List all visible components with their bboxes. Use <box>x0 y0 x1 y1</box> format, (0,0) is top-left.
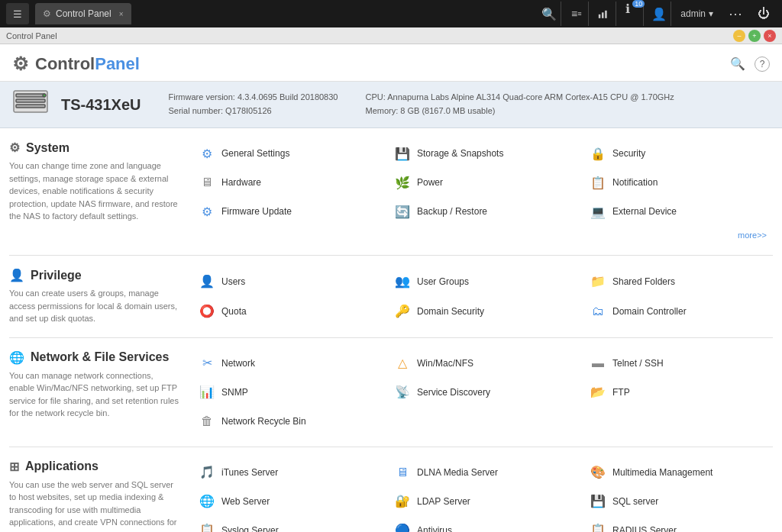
menu-item-ldap-server[interactable]: 🔐 LDAP Server <box>388 488 577 514</box>
task-manager-icon[interactable]: ≡≡ <box>564 2 589 26</box>
menu-item-multimedia-management[interactable]: 🎨 Multimedia Management <box>583 459 773 485</box>
menu-item-ftp[interactable]: 📂 FTP <box>583 379 773 405</box>
maximize-button[interactable]: + <box>748 30 761 42</box>
menu-item-domain-security[interactable]: 🔑 Domain Security <box>388 298 577 324</box>
multimedia-management-label: Multimedia Management <box>612 467 713 478</box>
snmp-icon: 📊 <box>199 384 215 401</box>
device-icon <box>12 89 49 120</box>
shared-folders-label: Shared Folders <box>612 276 675 287</box>
menu-item-network-recycle-bin[interactable]: 🗑 Network Recycle Bin <box>192 408 382 434</box>
user-dropdown-arrow: ▾ <box>709 8 713 19</box>
menu-button[interactable]: ☰ <box>6 3 29 24</box>
general-settings-label: General Settings <box>221 148 289 159</box>
firmware-label: Firmware version: <box>169 92 235 102</box>
window-chrome: Control Panel – + × <box>0 27 782 44</box>
menu-item-sql-server[interactable]: 💾 SQL server <box>583 488 773 514</box>
external-device-icon: 💻 <box>590 203 606 220</box>
svg-rect-5 <box>16 99 45 102</box>
menu-item-telnet-ssh[interactable]: ▬ Telnet / SSH <box>583 350 773 376</box>
menu-item-hardware[interactable]: 🖥 Hardware <box>192 169 382 195</box>
memory-label: Memory: <box>365 106 398 115</box>
close-button[interactable]: × <box>764 30 776 42</box>
section-icon-network-file-services: 🌐 <box>9 350 24 365</box>
service-discovery-icon: 📡 <box>394 384 411 401</box>
network-monitor-icon[interactable] <box>592 2 616 26</box>
more-options-button[interactable]: ⋯ <box>722 5 748 22</box>
menu-item-dlna-media-server[interactable]: 🖥 DLNA Media Server <box>388 459 577 485</box>
user-account-icon[interactable]: 👤 <box>647 2 671 26</box>
win-mac-nfs-icon: △ <box>394 355 411 372</box>
minimize-button[interactable]: – <box>733 30 745 42</box>
syslog-server-label: Syslog Server <box>221 525 279 533</box>
svg-rect-6 <box>16 105 45 108</box>
firmware-update-icon: ⚙ <box>199 203 215 220</box>
section-title-text-network-file-services: Network & File Services <box>31 350 169 364</box>
menu-item-snmp[interactable]: 📊 SNMP <box>192 379 382 405</box>
menu-item-radius-server[interactable]: 📋 RADIUS Server <box>583 517 773 533</box>
sql-server-label: SQL server <box>612 496 658 507</box>
section-desc-system: You can change time zone and language se… <box>9 160 180 223</box>
shared-folders-icon: 📁 <box>590 273 606 290</box>
domain-controller-icon: 🗂 <box>590 303 606 320</box>
logo-text: ControlPanel <box>35 54 140 74</box>
menu-item-service-discovery[interactable]: 📡 Service Discovery <box>388 379 577 405</box>
menu-item-storage-snapshots[interactable]: 💾 Storage & Snapshots <box>388 140 577 166</box>
power-icon[interactable]: ⏻ <box>751 2 776 26</box>
dlna-media-server-icon: 🖥 <box>394 464 411 481</box>
window-buttons: – + × <box>733 30 776 42</box>
storage-snapshots-icon: 💾 <box>394 145 411 162</box>
tab-close-button[interactable]: × <box>119 10 124 18</box>
menu-item-syslog-server[interactable]: 📋 Syslog Server <box>192 517 382 533</box>
quota-icon: ⭕ <box>199 303 215 320</box>
syslog-server-icon: 📋 <box>199 522 215 533</box>
device-firmware-info: Firmware version: 4.3.4.0695 Build 20180… <box>169 91 338 118</box>
section-title-text-privilege: Privilege <box>31 269 82 282</box>
service-discovery-label: Service Discovery <box>417 387 490 398</box>
power-icon: 🌿 <box>394 174 411 191</box>
svg-rect-2 <box>605 11 607 18</box>
menu-item-web-server[interactable]: 🌐 Web Server <box>192 488 382 514</box>
section-icon-system: ⚙ <box>9 140 20 155</box>
section-title-network-file-services: 🌐 Network & File Services <box>9 350 180 365</box>
menu-item-user-groups[interactable]: 👥 User Groups <box>388 268 577 295</box>
section-info-network-file-services: 🌐 Network & File ServicesYou can manage … <box>9 350 192 434</box>
header-help-icon[interactable]: ? <box>755 56 770 72</box>
menu-item-security[interactable]: 🔒 Security <box>583 140 773 166</box>
itunes-server-label: iTunes Server <box>221 467 278 478</box>
menu-item-backup-restore[interactable]: 🔄 Backup / Restore <box>388 198 577 224</box>
menu-item-domain-controller[interactable]: 🗂 Domain Controller <box>583 298 773 324</box>
radius-server-icon: 📋 <box>590 522 606 533</box>
antivirus-icon: 🔵 <box>394 522 411 533</box>
menu-item-win-mac-nfs[interactable]: △ Win/Mac/NFS <box>388 350 577 376</box>
control-panel-tab[interactable]: ⚙ Control Panel × <box>35 3 131 24</box>
notifications-icon[interactable]: ℹ 10 <box>619 2 644 26</box>
menu-item-firmware-update[interactable]: ⚙ Firmware Update <box>192 198 382 224</box>
user-menu[interactable]: admin ▾ <box>674 8 719 19</box>
menu-item-notification[interactable]: 📋 Notification <box>583 169 773 195</box>
menu-item-shared-folders[interactable]: 📁 Shared Folders <box>583 268 773 295</box>
network-recycle-bin-icon: 🗑 <box>199 413 215 430</box>
menu-item-general-settings[interactable]: ⚙ General Settings <box>192 140 382 166</box>
more-link-system[interactable]: more>> <box>583 227 773 243</box>
search-icon[interactable]: 🔍 <box>537 2 561 26</box>
menu-item-power[interactable]: 🌿 Power <box>388 169 577 195</box>
security-icon: 🔒 <box>590 145 606 162</box>
quota-label: Quota <box>221 306 247 317</box>
external-device-label: External Device <box>612 206 677 217</box>
menu-item-external-device[interactable]: 💻 External Device <box>583 198 773 224</box>
snmp-label: SNMP <box>221 387 248 398</box>
menu-item-quota[interactable]: ⭕ Quota <box>192 298 382 324</box>
header-search-icon[interactable]: 🔍 <box>730 56 745 72</box>
section-desc-network-file-services: You can manage network connections, enab… <box>9 369 180 420</box>
cpu-label: CPU: <box>365 92 385 102</box>
hamburger-icon: ☰ <box>13 8 22 20</box>
menu-item-network[interactable]: ✂ Network <box>192 350 382 376</box>
notification-badge: 10 <box>632 0 645 8</box>
user-groups-label: User Groups <box>417 276 469 287</box>
menu-item-antivirus[interactable]: 🔵 Antivirus <box>388 517 577 533</box>
section-icon-applications: ⊞ <box>9 459 19 474</box>
network-icon: ✂ <box>199 355 215 372</box>
menu-item-itunes-server[interactable]: 🎵 iTunes Server <box>192 459 382 485</box>
menu-item-users[interactable]: 👤 Users <box>192 268 382 295</box>
storage-snapshots-label: Storage & Snapshots <box>417 148 503 159</box>
